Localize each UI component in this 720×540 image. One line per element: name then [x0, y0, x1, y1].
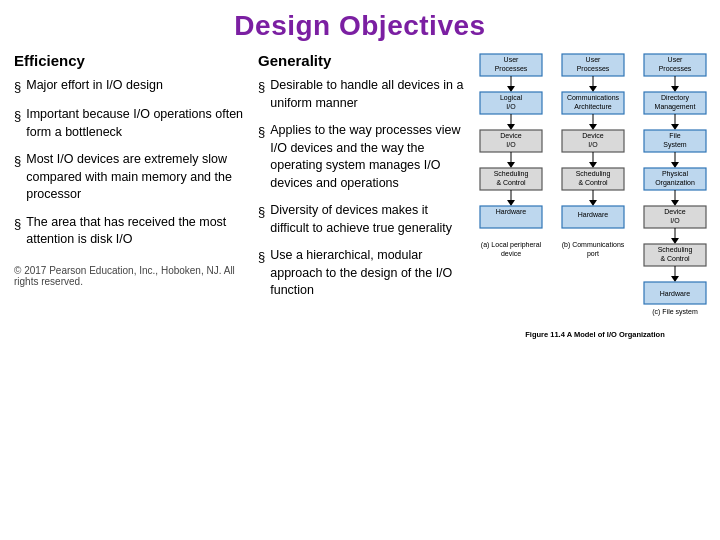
- svg-text:& Control: & Control: [660, 255, 690, 262]
- svg-marker-9: [507, 124, 515, 130]
- list-item: § Major effort in I/O design: [14, 77, 246, 96]
- svg-marker-19: [507, 200, 515, 206]
- copyright-text: © 2017 Pearson Education, Inc., Hoboken,…: [14, 265, 246, 287]
- svg-text:Processes: Processes: [659, 65, 692, 72]
- bullet-text: Desirable to handle all devices in a uni…: [270, 77, 470, 112]
- svg-text:Processes: Processes: [577, 65, 610, 72]
- svg-text:Organization: Organization: [655, 179, 695, 187]
- bullet-text: Use a hierarchical, modular approach to …: [270, 247, 470, 300]
- svg-text:Hardware: Hardware: [496, 208, 526, 215]
- svg-text:Directory: Directory: [661, 94, 690, 102]
- svg-text:(b) Communications: (b) Communications: [562, 241, 625, 249]
- io-organization-diagram: User Processes Logical I/O Device I/O: [478, 52, 713, 452]
- svg-text:User: User: [668, 56, 683, 63]
- list-item: § Important because I/O operations often…: [14, 106, 246, 141]
- svg-marker-48: [671, 86, 679, 92]
- svg-text:Logical: Logical: [500, 94, 523, 102]
- efficiency-header: Efficiency: [14, 52, 246, 69]
- page-title: Design Objectives: [14, 10, 706, 42]
- list-item: § The area that has received the most at…: [14, 214, 246, 249]
- svg-marker-73: [671, 276, 679, 282]
- svg-text:& Control: & Control: [578, 179, 608, 186]
- svg-marker-63: [671, 200, 679, 206]
- svg-text:Physical: Physical: [662, 170, 689, 178]
- bullet-text: Diversity of devices makes it difficult …: [270, 202, 470, 237]
- svg-text:(c) File system: (c) File system: [652, 308, 698, 316]
- svg-marker-58: [671, 162, 679, 168]
- generality-header: Generality: [258, 52, 470, 69]
- svg-text:Device: Device: [664, 208, 686, 215]
- efficiency-panel: Efficiency § Major effort in I/O design …: [14, 52, 254, 532]
- bullet-text: Major effort in I/O design: [26, 77, 163, 95]
- list-item: § Applies to the way processes view I/O …: [258, 122, 470, 192]
- svg-text:User: User: [504, 56, 519, 63]
- diagram-panel: User Processes Logical I/O Device I/O: [474, 52, 713, 532]
- bullet-icon: §: [14, 215, 21, 233]
- svg-marker-4: [507, 86, 515, 92]
- bullet-text: Most I/O devices are extremely slow comp…: [26, 151, 246, 204]
- bullet-icon: §: [258, 78, 265, 96]
- list-item: § Use a hierarchical, modular approach t…: [258, 247, 470, 300]
- list-item: § Diversity of devices makes it difficul…: [258, 202, 470, 237]
- svg-text:Scheduling: Scheduling: [576, 170, 611, 178]
- svg-marker-36: [589, 162, 597, 168]
- svg-text:device: device: [501, 250, 521, 257]
- bullet-text: Important because I/O operations often f…: [26, 106, 246, 141]
- bullet-icon: §: [258, 123, 265, 141]
- bullet-icon: §: [258, 203, 265, 221]
- svg-text:port: port: [587, 250, 599, 258]
- svg-text:Device: Device: [582, 132, 604, 139]
- svg-text:User: User: [586, 56, 601, 63]
- list-item: § Most I/O devices are extremely slow co…: [14, 151, 246, 204]
- svg-marker-53: [671, 124, 679, 130]
- svg-text:I/O: I/O: [506, 103, 516, 110]
- svg-text:Device: Device: [500, 132, 522, 139]
- bullet-icon: §: [258, 248, 265, 266]
- svg-text:Processes: Processes: [495, 65, 528, 72]
- svg-text:Hardware: Hardware: [578, 211, 608, 218]
- list-item: § Desirable to handle all devices in a u…: [258, 77, 470, 112]
- svg-text:Management: Management: [655, 103, 696, 111]
- svg-marker-26: [589, 86, 597, 92]
- main-content: Efficiency § Major effort in I/O design …: [14, 52, 706, 532]
- svg-text:File: File: [669, 132, 680, 139]
- svg-marker-14: [507, 162, 515, 168]
- bullet-text: Applies to the way processes view I/O de…: [270, 122, 470, 192]
- svg-marker-68: [671, 238, 679, 244]
- svg-text:I/O: I/O: [670, 217, 680, 224]
- svg-text:Scheduling: Scheduling: [658, 246, 693, 254]
- svg-marker-31: [589, 124, 597, 130]
- svg-text:Hardware: Hardware: [660, 290, 690, 297]
- svg-text:I/O: I/O: [588, 141, 598, 148]
- svg-text:& Control: & Control: [496, 179, 526, 186]
- svg-text:Scheduling: Scheduling: [494, 170, 529, 178]
- bullet-icon: §: [14, 107, 21, 125]
- page: Design Objectives Efficiency § Major eff…: [0, 0, 720, 540]
- bullet-icon: §: [14, 152, 21, 170]
- bullet-icon: §: [14, 78, 21, 96]
- generality-panel: Generality § Desirable to handle all dev…: [254, 52, 474, 532]
- svg-text:Communications: Communications: [567, 94, 620, 101]
- svg-text:System: System: [663, 141, 687, 149]
- svg-text:Architecture: Architecture: [574, 103, 611, 110]
- svg-marker-41: [589, 200, 597, 206]
- svg-text:Figure 11.4  A Model of I/O Or: Figure 11.4 A Model of I/O Organization: [525, 330, 665, 339]
- svg-text:(a) Local peripheral: (a) Local peripheral: [481, 241, 542, 249]
- svg-text:I/O: I/O: [506, 141, 516, 148]
- bullet-text: The area that has received the most atte…: [26, 214, 246, 249]
